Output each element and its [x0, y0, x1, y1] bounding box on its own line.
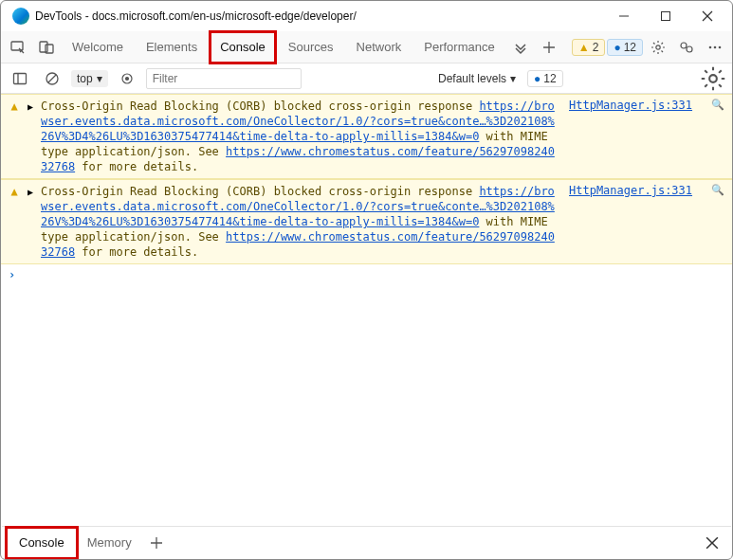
- search-icon[interactable]: 🔍: [711, 99, 724, 174]
- levels-selector[interactable]: Default levels ▾: [438, 72, 516, 85]
- maximize-button[interactable]: [645, 3, 687, 29]
- svg-point-13: [714, 45, 717, 48]
- source-link[interactable]: HttpManager.js:331: [569, 99, 692, 112]
- svg-rect-4: [11, 42, 23, 50]
- svg-point-9: [656, 45, 660, 48]
- issues-badge[interactable]: ●12: [607, 39, 643, 56]
- issues-pill-count: 12: [543, 72, 556, 85]
- svg-rect-1: [662, 12, 670, 21]
- warning-icon: ▲: [578, 41, 590, 54]
- context-selector[interactable]: top▾: [71, 70, 108, 87]
- main-tabbar: Welcome Elements Console Sources Network…: [1, 31, 732, 63]
- tab-elements[interactable]: Elements: [136, 31, 208, 63]
- edge-icon: [12, 8, 29, 25]
- drawer-tabbar: Console Memory: [2, 526, 731, 558]
- info-icon: ●: [614, 41, 620, 54]
- drawer-close-button[interactable]: [699, 530, 725, 556]
- expand-icon[interactable]: ▶: [27, 187, 33, 197]
- message-text: Cross-Origin Read Blocking (CORB) blocke…: [41, 99, 561, 174]
- expand-icon[interactable]: ▶: [27, 101, 33, 112]
- issues-count: 12: [624, 41, 636, 54]
- filter-input[interactable]: [146, 68, 302, 89]
- live-expression-icon[interactable]: [114, 65, 140, 92]
- message-text: Cross-Origin Read Blocking (CORB) blocke…: [41, 184, 561, 260]
- svg-point-14: [719, 45, 722, 48]
- drawer-tab-memory[interactable]: Memory: [76, 529, 143, 557]
- tab-network[interactable]: Network: [346, 31, 412, 63]
- more-tabs-icon[interactable]: [507, 34, 534, 61]
- context-label: top: [77, 72, 93, 85]
- more-menu-icon[interactable]: [702, 34, 728, 61]
- new-tab-icon[interactable]: [536, 34, 562, 61]
- svg-point-21: [709, 75, 717, 82]
- svg-rect-15: [14, 73, 27, 83]
- window-titlebar: DevTools - docs.microsoft.com/en-us/micr…: [1, 1, 732, 31]
- tab-console[interactable]: Console: [210, 31, 276, 63]
- warnings-badge[interactable]: ▲2: [572, 39, 606, 56]
- minimize-button[interactable]: [603, 3, 645, 29]
- console-filterbar: top▾ Default levels ▾ ●12: [1, 63, 732, 94]
- sidebar-toggle-icon[interactable]: [7, 65, 33, 92]
- issues-pill[interactable]: ●12: [527, 70, 563, 87]
- svg-line-18: [48, 75, 56, 82]
- svg-rect-5: [40, 42, 47, 52]
- tab-welcome[interactable]: Welcome: [62, 31, 134, 63]
- console-prompt[interactable]: ›: [1, 264, 732, 285]
- warnings-count: 2: [593, 41, 599, 54]
- levels-label: Default levels: [438, 72, 506, 85]
- chevron-down-icon: ▾: [510, 72, 516, 85]
- chevron-down-icon: ▾: [97, 72, 102, 85]
- drawer-new-tab-icon[interactable]: [143, 530, 170, 556]
- feedback-icon[interactable]: [673, 34, 700, 61]
- clear-console-icon[interactable]: [39, 65, 65, 92]
- console-settings-icon[interactable]: [700, 65, 726, 92]
- drawer-tab-console[interactable]: Console: [8, 529, 76, 557]
- warning-icon: ▲: [10, 99, 17, 113]
- source-link[interactable]: HttpManager.js:331: [569, 184, 692, 197]
- device-toggle-icon[interactable]: [33, 34, 60, 61]
- console-output: ▲ ▶ Cross-Origin Read Blocking (CORB) bl…: [1, 94, 732, 528]
- inspect-icon[interactable]: [5, 34, 31, 61]
- svg-point-11: [687, 46, 692, 52]
- console-message: ▲ ▶ Cross-Origin Read Blocking (CORB) bl…: [1, 94, 732, 179]
- tab-sources[interactable]: Sources: [278, 31, 344, 63]
- warning-icon: ▲: [10, 185, 17, 198]
- svg-point-12: [709, 45, 712, 48]
- svg-point-20: [125, 77, 128, 80]
- close-button[interactable]: [687, 3, 728, 29]
- settings-icon[interactable]: [645, 34, 671, 61]
- console-message: ▲ ▶ Cross-Origin Read Blocking (CORB) bl…: [1, 179, 732, 264]
- search-icon[interactable]: 🔍: [711, 184, 724, 260]
- info-icon: ●: [534, 72, 541, 85]
- svg-point-10: [681, 43, 687, 48]
- tab-performance[interactable]: Performance: [413, 31, 504, 63]
- window-title: DevTools - docs.microsoft.com/en-us/micr…: [35, 9, 357, 23]
